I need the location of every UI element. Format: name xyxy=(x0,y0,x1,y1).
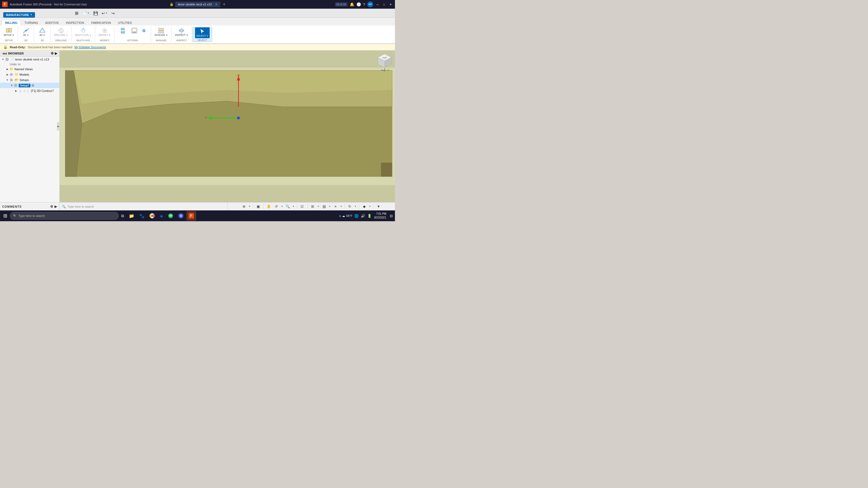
setups-expand[interactable]: ▼ xyxy=(5,78,9,82)
start-button[interactable]: ⊞ xyxy=(1,211,9,221)
fit-view-button[interactable]: ⊡ xyxy=(299,204,305,209)
undo-button[interactable]: ↩ ▼ xyxy=(100,10,109,16)
viewport[interactable]: × Y TOP xyxy=(60,51,395,202)
material-dropdown-arrow[interactable]: ▼ xyxy=(369,205,371,208)
taskbar-spotify[interactable] xyxy=(166,211,176,221)
models-expand[interactable]: ▶ xyxy=(5,73,9,76)
effects-button[interactable]: ▧ xyxy=(321,204,327,209)
drilling-button[interactable]: DRILLING ▼ xyxy=(53,27,69,37)
setups-visibility-icon[interactable] xyxy=(9,78,13,82)
taskbar-chrome[interactable] xyxy=(147,211,157,221)
tab-close-button[interactable]: ✕ xyxy=(215,3,218,6)
grid-button[interactable]: ⊞ xyxy=(73,10,80,17)
tree-item-setups[interactable]: ▼ 📂 Setups ... xyxy=(0,77,59,83)
taskbar-search[interactable]: 🔍 Type here to search xyxy=(10,212,119,220)
refresh-button[interactable]: ↻ xyxy=(347,204,353,209)
2d-button[interactable]: 2D ▼ xyxy=(22,27,31,37)
browser-settings-icon[interactable]: ⚙ xyxy=(51,52,54,55)
taskbar-discord[interactable] xyxy=(176,211,186,221)
system-clock[interactable]: 7:01 PM 8/23/2021 xyxy=(373,212,388,220)
save-button[interactable]: 💾 xyxy=(92,10,99,16)
notification-center-button[interactable]: ⊟ xyxy=(389,213,394,219)
browser-resize-icon[interactable]: ▶ xyxy=(55,52,57,55)
tree-item-document[interactable]: ▼ 📄 tenor ukulele neck v1 v13 xyxy=(0,57,59,62)
contour-expand[interactable]: ▶ xyxy=(14,89,18,93)
actions-sim-button[interactable] xyxy=(130,27,139,35)
add-tab-button[interactable]: + xyxy=(223,2,225,7)
actions-g1g2-button[interactable]: G1G2 xyxy=(117,27,129,35)
orbit-button[interactable]: ↺ xyxy=(273,204,279,209)
comments-search-placeholder[interactable]: Type here to search xyxy=(67,205,94,208)
display-mode-button[interactable]: ⊞ xyxy=(310,204,316,209)
minimize-button[interactable]: — xyxy=(375,2,380,6)
notification-icon-title[interactable]: 🔔 xyxy=(350,2,354,6)
comments-settings-icon[interactable]: ⚙ xyxy=(50,205,54,208)
sound-icon[interactable]: 🔊 xyxy=(360,213,366,219)
tab-milling[interactable]: MILLING xyxy=(2,20,21,26)
actions-g-button[interactable]: G xyxy=(140,27,149,35)
setup-button[interactable]: SETUP ▼ xyxy=(2,27,16,37)
new-button[interactable]: 📄 ▼ xyxy=(81,10,91,16)
taskbar-explorer[interactable]: 📁 xyxy=(127,211,136,221)
comments-resize-icon[interactable]: ▶ xyxy=(55,205,57,208)
user-avatar[interactable]: HT xyxy=(367,1,373,7)
joint-dropdown-arrow[interactable]: ▼ xyxy=(248,205,251,208)
network-icon[interactable]: 🌐 xyxy=(354,213,359,219)
tab-additive[interactable]: ADDITIVE xyxy=(41,20,62,26)
named-views-expand[interactable]: ▶ xyxy=(5,67,9,71)
document-visibility-icon[interactable] xyxy=(5,57,9,62)
chevron-icon[interactable]: ∧ xyxy=(339,215,341,218)
document-tab[interactable]: tenor ukulele neck v1 v13 ✕ xyxy=(175,2,220,7)
comments-search-bar[interactable]: 🔍 Type here to search xyxy=(60,202,227,210)
appearance-button[interactable]: ▣ xyxy=(255,204,261,209)
document-expand[interactable]: ▼ xyxy=(1,58,5,61)
grid-view-button[interactable]: ≡ xyxy=(333,204,339,209)
manage-button[interactable]: MANAGE ▼ xyxy=(153,27,169,37)
setup7-visibility-icon[interactable] xyxy=(13,83,18,88)
manufacture-button[interactable]: MANUFACTURE ▼ xyxy=(3,12,35,18)
grid-dropdown-arrow[interactable]: ▼ xyxy=(340,205,342,208)
3d-button[interactable]: 3D ▼ xyxy=(38,27,47,37)
redo-button[interactable]: ↪ xyxy=(110,10,116,16)
svg-text:×: × xyxy=(237,73,240,77)
browser-tree: ▼ 📄 tenor ukulele neck v1 v13 Units: in … xyxy=(0,57,59,202)
sidebar-collapse-handle[interactable]: ▶ xyxy=(57,122,60,130)
tree-item-setup7[interactable]: ▼ Setup7 ⊙ xyxy=(0,83,59,88)
display-dropdown-arrow[interactable]: ▼ xyxy=(317,205,319,208)
models-visibility-icon[interactable] xyxy=(9,72,13,77)
inspect-button[interactable]: INSPECT ▼ xyxy=(174,27,189,37)
modify-button[interactable]: MODIFY ▼ xyxy=(97,27,112,37)
refresh-dropdown-arrow[interactable]: ▼ xyxy=(354,205,357,208)
tab-inspection[interactable]: INSPECTION xyxy=(62,20,88,26)
taskbar-app1[interactable]: 🐾 xyxy=(137,211,147,221)
select-button[interactable]: SELECT ▼ xyxy=(195,27,210,38)
close-button[interactable]: ✕ xyxy=(389,2,393,6)
help-button[interactable]: ? xyxy=(363,2,365,6)
joint-tool-button[interactable]: ⊕ xyxy=(241,204,247,209)
tree-item-2d-contour[interactable]: ▶ ◻ ⚠ ◇ [T1] 2D Contour7 xyxy=(0,88,59,94)
setup7-expand[interactable]: ▼ xyxy=(10,84,13,87)
maximize-button[interactable]: □ xyxy=(382,2,386,6)
filter-button[interactable]: ▼ xyxy=(375,204,381,209)
tree-item-models[interactable]: ▶ 📁 Models xyxy=(0,72,59,77)
orbit-dropdown-arrow[interactable]: ▼ xyxy=(281,205,283,208)
material-button[interactable]: ◆ xyxy=(361,204,367,209)
editable-documents-link[interactable]: My Editable Documents xyxy=(74,45,106,49)
taskbar-search-placeholder[interactable]: Type here to search xyxy=(19,214,45,218)
pan-button[interactable]: ✋ xyxy=(266,204,272,209)
task-view-button[interactable]: ⧉ xyxy=(119,211,126,221)
multi-axis-button[interactable]: MULTI-AXIS ▼ xyxy=(74,27,93,37)
tab-turning[interactable]: TURNING xyxy=(21,20,41,26)
effects-dropdown-arrow[interactable]: ▼ xyxy=(329,205,331,208)
battery-icon[interactable]: 🔋 xyxy=(367,213,372,219)
view-cube[interactable]: TOP xyxy=(376,53,393,69)
tab-utilities[interactable]: UTILITIES xyxy=(115,20,135,26)
tree-item-named-views[interactable]: ▶ 📁 Named Views xyxy=(0,66,59,72)
zoom-dropdown-arrow[interactable]: ▼ xyxy=(292,205,294,208)
tab-fabrication[interactable]: FABRICATION xyxy=(88,20,115,26)
taskbar-vscode[interactable]: ◈ xyxy=(158,211,165,221)
zoom-button[interactable]: 🔍 xyxy=(285,204,291,209)
svg-point-24 xyxy=(6,59,8,60)
browser-collapse-left[interactable]: ◀◀ xyxy=(2,52,6,55)
taskbar-fusion[interactable]: F xyxy=(186,211,196,221)
